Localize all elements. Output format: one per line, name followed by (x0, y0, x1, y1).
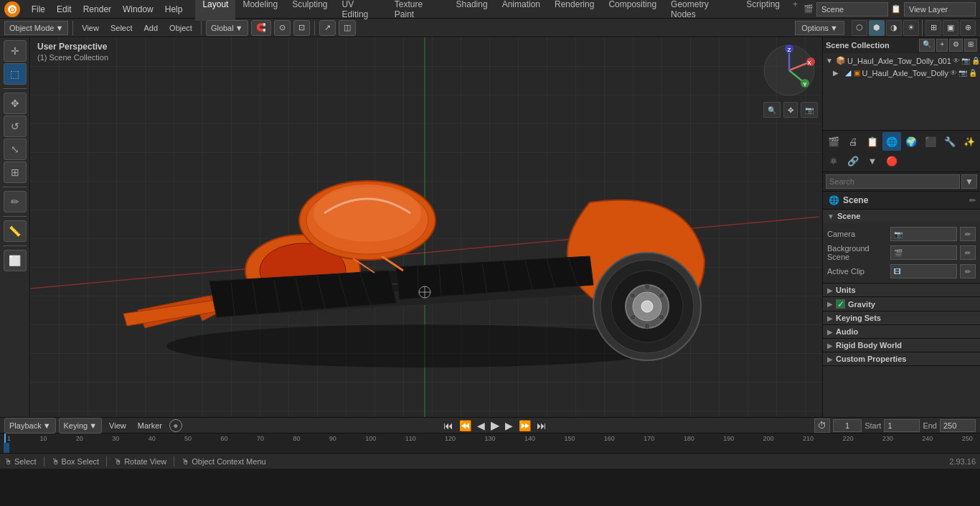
overlay-btn[interactable]: ⊞ (925, 20, 941, 36)
snap-toggle-btn[interactable]: 🧲 (251, 20, 271, 36)
tab-animation[interactable]: Animation (495, 0, 547, 21)
properties-search-input[interactable] (826, 174, 960, 189)
viewport-view-menu[interactable]: View (77, 23, 103, 33)
tab-texture-paint[interactable]: Texture Paint (387, 0, 449, 21)
gravity-checkbox[interactable]: ✓ (836, 299, 845, 309)
active-clip-value[interactable]: 🎞 (890, 264, 958, 278)
record-button[interactable]: ● (169, 419, 182, 432)
outliner-item-mesh[interactable]: ▶ ◢ ▣ U_Haul_Axle_Tow_Dolly 👁 📷 🔒 (823, 67, 980, 79)
move-tool-btn[interactable]: ✥ (4, 93, 27, 114)
tab-uv-editing[interactable]: UV Editing (335, 0, 387, 21)
next-keyframe-btn[interactable]: ⏩ (517, 420, 533, 431)
prev-frame-btn[interactable]: ◀ (475, 420, 487, 431)
play-btn[interactable]: ▶ (489, 418, 501, 432)
tab-compositing[interactable]: Compositing (601, 0, 664, 21)
keying-sets-section-header[interactable]: ▶ Keying Sets (823, 311, 980, 324)
gizmo-btn[interactable]: ⊕ (960, 20, 976, 36)
outliner-options-btn[interactable]: ⚙ (949, 39, 963, 52)
current-frame-input[interactable] (833, 419, 862, 432)
lock-icon-1[interactable]: 🔒 (971, 57, 980, 65)
transform-pivot-btn[interactable]: ⊡ (293, 20, 310, 36)
prop-icon-physics[interactable]: ⚛ (824, 151, 843, 170)
tab-sculpting[interactable]: Sculpting (285, 0, 334, 21)
menu-help[interactable]: Help (159, 3, 189, 16)
next-frame-btn[interactable]: ▶ (503, 420, 515, 431)
custom-props-section-header[interactable]: ▶ Custom Properties (823, 352, 980, 365)
tab-shading[interactable]: Shading (449, 0, 495, 21)
options-button[interactable]: Options ▼ (795, 21, 844, 35)
add-workspace-button[interactable]: + (787, 0, 804, 21)
units-section-header[interactable]: ▶ Units (823, 284, 980, 296)
viewport-select-menu[interactable]: Select (106, 23, 137, 33)
scene-section-header[interactable]: ▼ Scene (823, 210, 980, 222)
timeline-playback-btn[interactable]: Playback ▼ (4, 418, 56, 434)
tab-geometry-nodes[interactable]: Geometry Nodes (664, 0, 739, 21)
viewport[interactable]: User Perspective (1) Scene Collection X … (30, 37, 822, 417)
camera-btn[interactable]: 📷 (801, 102, 818, 118)
bg-scene-edit-btn[interactable]: ✏ (960, 245, 976, 260)
select-box-tool-btn[interactable]: ⬚ (4, 63, 27, 85)
scene-name-edit-btn[interactable]: ✏ (969, 196, 976, 205)
object-mode-selector[interactable]: Object Mode ▼ (4, 21, 68, 35)
gravity-section-header[interactable]: ▶ ✓ Gravity (823, 297, 980, 311)
menu-file[interactable]: File (26, 3, 51, 16)
jump-to-start-btn[interactable]: ⏮ (441, 420, 456, 431)
transform-orientation-btn[interactable]: Global ▼ (206, 20, 248, 36)
outliner-filter-btn[interactable]: 🔍 (919, 39, 935, 52)
timeline-keying-btn[interactable]: Keying ▼ (59, 418, 103, 434)
scene-name-input[interactable] (816, 2, 888, 17)
render-icon-1[interactable]: 📷 (961, 57, 970, 65)
xray-btn[interactable]: ▣ (943, 20, 958, 36)
jump-to-end-btn[interactable]: ⏭ (534, 420, 549, 431)
prop-icon-view-layer[interactable]: 📋 (863, 132, 882, 151)
annotate-tool-btn[interactable]: ✏ (4, 191, 27, 212)
outliner-new-btn[interactable]: + (936, 39, 948, 52)
shading-rendered-btn[interactable]: ☀ (903, 20, 919, 36)
transform-tool-btn[interactable]: ⊞ (4, 161, 27, 183)
menu-render[interactable]: Render (77, 3, 117, 16)
tab-rendering[interactable]: Rendering (547, 0, 601, 21)
end-frame-input[interactable] (940, 419, 976, 432)
viewport-add-menu[interactable]: Add (140, 23, 163, 33)
tab-modeling[interactable]: Modeling (235, 0, 285, 21)
navigation-gizmo[interactable]: X Y Z (760, 42, 818, 99)
prop-icon-material[interactable]: 🔴 (882, 151, 901, 170)
expand-icon-1[interactable]: ▼ (826, 57, 833, 65)
measure-tool-btn[interactable]: 📏 (4, 220, 27, 242)
view-layer-input[interactable] (904, 2, 976, 17)
prop-icon-particles[interactable]: ✨ (960, 132, 979, 151)
menu-edit[interactable]: Edit (51, 3, 77, 16)
lock-icon-2[interactable]: 🔒 (969, 69, 977, 77)
rigid-body-section-header[interactable]: ▶ Rigid Body World (823, 339, 980, 352)
timeline-scrubber[interactable]: 1 10 20 30 40 50 60 70 80 90 100 110 120… (0, 434, 980, 453)
timeline-view-menu[interactable]: View (105, 421, 131, 431)
shading-wireframe-btn[interactable]: ⬡ (852, 20, 867, 36)
audio-section-header[interactable]: ▶ Audio (823, 325, 980, 338)
expand-icon-2[interactable]: ▶ (833, 69, 839, 77)
proportional-edit-btn[interactable]: ⊙ (274, 20, 291, 36)
prop-icon-modifier[interactable]: 🔧 (941, 132, 959, 151)
prop-icon-data[interactable]: ▼ (863, 151, 882, 170)
prop-icon-output[interactable]: 🖨 (844, 132, 862, 151)
viewport-object-menu[interactable]: Object (165, 23, 197, 33)
graph-editor-btn[interactable]: ↗ (319, 20, 336, 36)
render-region-btn[interactable]: ◫ (339, 20, 356, 36)
outliner-filter2-btn[interactable]: ⊞ (964, 39, 977, 52)
prop-icon-constraints[interactable]: 🔗 (844, 151, 862, 170)
clock-icon[interactable]: ⏱ (814, 418, 830, 433)
move-view-btn[interactable]: ✥ (783, 102, 798, 118)
prop-icon-world[interactable]: 🌍 (902, 132, 920, 151)
properties-filter-btn[interactable]: ▼ (961, 174, 977, 189)
outliner-item-collection[interactable]: ▼ 📦 U_Haul_Axle_Tow_Dolly_001 👁 📷 🔒 (823, 55, 980, 67)
scale-tool-btn[interactable]: ⤡ (4, 139, 27, 160)
background-scene-value[interactable]: 🎬 (890, 245, 958, 260)
active-clip-edit-btn[interactable]: ✏ (960, 264, 976, 278)
start-frame-input[interactable] (884, 419, 920, 432)
prop-icon-render[interactable]: 🎬 (824, 132, 843, 151)
visibility-icon-1[interactable]: 👁 (953, 57, 960, 65)
prev-keyframe-btn[interactable]: ⏪ (457, 420, 473, 431)
camera-edit-btn[interactable]: ✏ (960, 227, 976, 241)
zoom-in-btn[interactable]: 🔍 (763, 102, 781, 118)
prop-icon-object[interactable]: ⬛ (921, 132, 940, 151)
shading-solid-btn[interactable]: ⬢ (869, 20, 885, 36)
